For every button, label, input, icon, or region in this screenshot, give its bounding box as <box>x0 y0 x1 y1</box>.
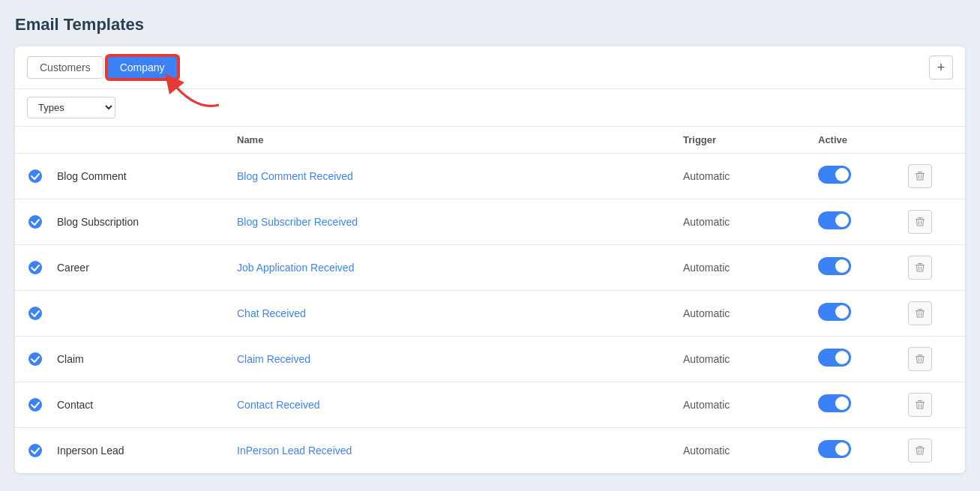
row-delete[interactable] <box>908 210 953 234</box>
row-template-name[interactable]: Contact Received <box>237 398 683 412</box>
row-trigger: Automatic <box>683 399 818 411</box>
svg-rect-12 <box>916 265 925 265</box>
table-row: Chat Received Automatic <box>15 291 965 337</box>
delete-button[interactable] <box>908 439 932 463</box>
svg-rect-33 <box>918 446 922 447</box>
row-trigger: Automatic <box>683 445 818 457</box>
row-check-icon <box>27 305 43 322</box>
table-row: Blog Comment Blog Comment Received Autom… <box>15 154 965 199</box>
template-link[interactable]: Claim Received <box>237 353 310 365</box>
svg-rect-22 <box>916 356 925 357</box>
row-template-name[interactable]: Chat Received <box>237 307 683 320</box>
types-filter[interactable]: Types Automatic Manual <box>27 97 115 118</box>
toggle-label[interactable] <box>818 394 851 412</box>
toggle-label[interactable] <box>818 349 851 367</box>
table-row: Inperson Lead InPerson Lead Received Aut… <box>15 428 965 473</box>
row-check-icon <box>27 351 43 367</box>
filter-row: Types Automatic Manual <box>15 89 965 127</box>
svg-rect-13 <box>918 263 922 264</box>
row-active-toggle[interactable] <box>818 349 908 370</box>
toggle-label[interactable] <box>818 440 851 458</box>
toggle-label[interactable] <box>818 303 851 321</box>
row-template-name[interactable]: InPerson Lead Received <box>237 444 683 457</box>
toggle-slider <box>818 394 851 412</box>
row-active-toggle[interactable] <box>818 211 908 232</box>
row-delete[interactable] <box>908 393 953 417</box>
template-link[interactable]: InPerson Lead Received <box>237 445 352 457</box>
tab-customers[interactable]: Customers <box>27 56 103 79</box>
delete-button[interactable] <box>908 347 932 371</box>
svg-rect-2 <box>916 173 925 174</box>
toggle-label[interactable] <box>818 211 851 229</box>
row-template-name[interactable]: Blog Subscriber Received <box>237 215 683 229</box>
row-template-name[interactable]: Job Application Received <box>237 261 683 274</box>
svg-point-16 <box>28 307 42 320</box>
row-category: Claim <box>57 353 237 365</box>
row-trigger: Automatic <box>683 353 818 365</box>
delete-button[interactable] <box>908 301 932 325</box>
row-delete[interactable] <box>908 164 953 188</box>
template-link[interactable]: Chat Received <box>237 307 306 319</box>
template-link[interactable]: Blog Subscriber Received <box>237 216 358 228</box>
toggle-slider <box>818 440 851 458</box>
add-template-button[interactable]: + <box>929 55 953 79</box>
tab-company[interactable]: Company <box>106 55 178 79</box>
delete-button[interactable] <box>908 256 932 280</box>
row-check-icon <box>27 442 43 459</box>
toggle-label[interactable] <box>818 166 851 184</box>
row-active-toggle[interactable] <box>818 440 908 461</box>
template-link[interactable]: Contact Received <box>237 399 320 411</box>
svg-point-31 <box>28 444 42 457</box>
table-row: Career Job Application Received Automati… <box>15 245 965 291</box>
row-active-toggle[interactable] <box>818 166 908 187</box>
tab-bar: Customers Company + <box>15 46 965 89</box>
svg-rect-32 <box>916 448 925 448</box>
page-title: Email Templates <box>15 15 965 34</box>
row-check-icon <box>27 214 43 230</box>
svg-rect-7 <box>916 219 925 220</box>
svg-rect-28 <box>918 400 922 401</box>
header-check <box>27 134 57 145</box>
svg-point-21 <box>28 352 42 366</box>
row-delete[interactable] <box>908 256 953 280</box>
table-row: Claim Claim Received Automatic <box>15 337 965 382</box>
row-category: Blog Comment <box>57 170 237 182</box>
svg-rect-17 <box>916 310 925 311</box>
row-check-icon <box>27 259 43 276</box>
header-category <box>57 134 237 145</box>
row-check-icon <box>27 397 43 413</box>
header-actions <box>908 134 953 145</box>
row-delete[interactable] <box>908 439 953 463</box>
template-link[interactable]: Job Application Received <box>237 262 354 274</box>
row-template-name[interactable]: Blog Comment Received <box>237 169 683 183</box>
svg-point-11 <box>28 261 42 274</box>
toggle-slider <box>818 349 851 367</box>
row-trigger: Automatic <box>683 307 818 319</box>
row-active-toggle[interactable] <box>818 394 908 415</box>
svg-point-6 <box>28 215 42 229</box>
svg-rect-27 <box>916 402 925 403</box>
toggle-slider <box>818 303 851 321</box>
row-category: Blog Subscription <box>57 216 237 228</box>
header-trigger: Trigger <box>683 134 818 145</box>
row-active-toggle[interactable] <box>818 257 908 278</box>
delete-button[interactable] <box>908 210 932 234</box>
toggle-slider <box>818 166 851 184</box>
table-body: Blog Comment Blog Comment Received Autom… <box>15 154 965 473</box>
table-header: Name Trigger Active <box>15 127 965 154</box>
header-active: Active <box>818 134 908 145</box>
table-row: Blog Subscription Blog Subscriber Receiv… <box>15 199 965 245</box>
table-row: Contact Contact Received Automatic <box>15 382 965 428</box>
delete-button[interactable] <box>908 393 932 417</box>
svg-rect-23 <box>918 355 922 355</box>
row-delete[interactable] <box>908 347 953 371</box>
row-trigger: Automatic <box>683 170 818 182</box>
row-template-name[interactable]: Claim Received <box>237 352 683 366</box>
row-active-toggle[interactable] <box>818 303 908 324</box>
toggle-label[interactable] <box>818 257 851 275</box>
row-delete[interactable] <box>908 301 953 325</box>
row-check-icon <box>27 168 43 184</box>
svg-rect-8 <box>918 217 922 218</box>
template-link[interactable]: Blog Comment Received <box>237 170 353 182</box>
delete-button[interactable] <box>908 164 932 188</box>
